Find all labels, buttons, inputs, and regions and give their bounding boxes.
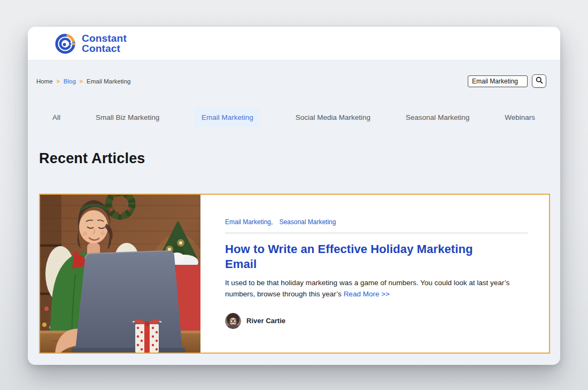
site-header: Constant Contact (28, 27, 560, 60)
author-name[interactable]: River Cartie (246, 317, 285, 325)
breadcrumb: Home > Blog > Email Marketing (36, 78, 130, 85)
nav-item-social-media-marketing[interactable]: Social Media Marketing (296, 113, 370, 121)
topbar: Home > Blog > Email Marketing (28, 74, 560, 88)
article-excerpt: It used to be that holiday marketing was… (225, 278, 524, 300)
article-image[interactable] (40, 195, 200, 353)
breadcrumb-home[interactable]: Home (36, 78, 53, 85)
article-card: Email Marketing, Seasonal Marketing How … (39, 194, 550, 354)
browser-window: Constant Contact Home > Blog > Email Mar… (28, 27, 560, 365)
divider (225, 233, 528, 233)
search-input[interactable] (468, 75, 528, 87)
author-avatar[interactable] (225, 313, 241, 329)
category-link-email-marketing[interactable]: Email Marketing, (225, 218, 273, 226)
nav-item-seasonal-marketing[interactable]: Seasonal Marketing (406, 113, 469, 121)
constant-contact-logo-icon (53, 32, 77, 55)
holiday-photo-illustration (40, 195, 200, 353)
category-link-seasonal-marketing[interactable]: Seasonal Marketing (279, 218, 336, 226)
breadcrumb-current: Email Marketing (87, 78, 130, 85)
nav-item-email-marketing[interactable]: Email Marketing (195, 108, 260, 127)
nav-item-small-biz-marketing[interactable]: Small Biz Marketing (96, 113, 159, 121)
magnifier-icon (536, 77, 543, 86)
logo-wordmark: Constant Contact (82, 33, 127, 53)
page-title: Recent Articles (39, 150, 560, 167)
nav-item-all[interactable]: All (52, 113, 60, 121)
search-area (468, 74, 546, 88)
nav-item-webinars[interactable]: Webinars (505, 113, 535, 121)
author-row: River Cartie (225, 313, 528, 329)
breadcrumb-separator-icon: > (57, 78, 60, 85)
constant-contact-logo[interactable]: Constant Contact (53, 32, 127, 55)
article-title-link[interactable]: How to Write an Effective Holiday Market… (225, 242, 495, 272)
breadcrumb-blog[interactable]: Blog (64, 78, 76, 85)
category-nav: All Small Biz Marketing Email Marketing … (28, 108, 560, 127)
article-categories: Email Marketing, Seasonal Marketing (225, 218, 528, 226)
article-content: Email Marketing, Seasonal Marketing How … (200, 195, 549, 353)
breadcrumb-separator-icon: > (80, 78, 83, 85)
read-more-link[interactable]: Read More >> (344, 290, 390, 298)
search-button[interactable] (532, 74, 546, 88)
